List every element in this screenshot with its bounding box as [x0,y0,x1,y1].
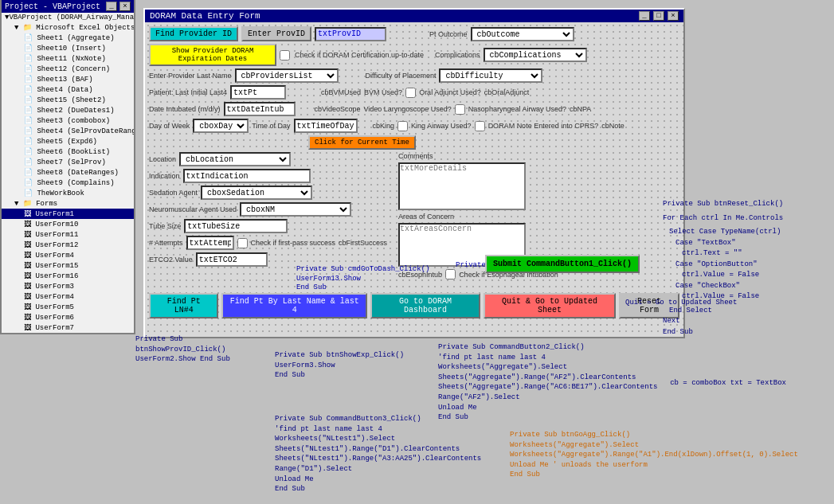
firstsuccess-checkbox[interactable] [237,238,248,248]
tree-sheet8[interactable]: 📄 Sheet8 (DateRanges) [2,167,134,178]
tree-sheet1[interactable]: 📄 Sheet1 (Aggregate) [2,33,134,43]
tree-sheet5[interactable]: 📄 Sheet5 (Expd6) [2,136,134,147]
txtprovid-field[interactable] [315,27,386,41]
tree-userform11[interactable]: 🖼 UserForm11 [2,229,134,240]
tube-size-label: Tube Size [149,222,181,230]
pt-outcome-label: Pt Outcome [429,30,468,38]
cbVideoScope-checkbox[interactable] [455,104,465,115]
cboxsedation-combo[interactable]: cboxSedation [201,186,312,200]
tree-sheet6[interactable]: 📄 Sheet6 (BookList) [2,147,134,157]
cbVideoScope-label: cbVideoScope [315,105,361,113]
doram-note-checkbox[interactable] [475,121,485,131]
tree-userform5[interactable]: 🖼 UserForm5 [2,302,134,312]
code-annotation-cmd2: Private Sub CommandButton2_Click()'find … [438,342,657,423]
cboxnm-combo[interactable]: cboxNM [240,202,351,217]
tree-sheet15[interactable]: 📄 Sheet15 (Sheet2) [2,95,134,105]
cbBVMUsed-label: cbBVMUsed [321,88,361,96]
tree-sheet4[interactable]: 📄 Sheet4 (Data) [2,84,134,95]
check-cert-checkbox[interactable] [280,50,290,61]
tree-sheet4b[interactable]: 📄 Sheet4 (SelProvDateRanges) [2,126,134,136]
code-annotation-goagg: Private Sub btnGoAgg_Click()Worksheets("… [510,430,798,480]
find-pt-button[interactable]: Find Pt LN#4 [149,293,218,318]
tree-sheet9[interactable]: 📄 Sheet9 (Complains) [2,178,134,188]
tree-vbaproject[interactable]: ▼ VBAProject (DORAM_Airway_Manage [2,13,134,22]
txtetco2-field[interactable] [196,252,268,267]
submit-button[interactable]: Submit CommandButton1_Click() [485,255,640,273]
tree-userform7[interactable]: 🖼 UserForm7 [2,322,134,331]
tree-forms[interactable]: ▼ 📁 Forms [2,198,134,209]
tree-userform12[interactable]: 🖼 UserForm12 [2,240,134,250]
prov-lastname-label: Enter Provider Last Name [149,72,232,80]
cb-label: cb = comboBox txt = TextBox [670,378,786,389]
tree-theworkbook[interactable]: 📄 TheWorkBook [2,188,134,198]
cbNote-label: cbNote [601,122,625,130]
maximize-doram-btn[interactable]: □ [653,11,664,21]
cbBVMUsed-checkbox[interactable] [405,88,416,98]
tree-sheet13[interactable]: 📄 Sheet13 (BAF) [2,74,134,84]
cmd2-code: Private Sub CommandButton2_Click()'find … [438,343,657,421]
txtpt-field[interactable] [230,85,286,100]
find-provider-id-button[interactable]: Find Provider ID [149,26,238,41]
tree-userform4[interactable]: 🖼 UserForm4 [2,250,134,260]
tree-sheet10[interactable]: 📄 Sheet10 (Insert) [2,43,134,53]
video-laryngoscope-label: Video Laryngoscope Used? [363,105,451,113]
cbcomplications-combo[interactable]: cbComplications [484,48,587,62]
tree-sheet7[interactable]: 📄 Sheet7 (SelProv) [2,157,134,167]
cbdifficulty-combo[interactable]: cbDifficulty [439,68,542,83]
main-content-area: DORAM Data Entry Form _ □ × Find Provide… [135,0,834,504]
txttimeofday-field[interactable] [294,119,358,133]
tree-userform3b[interactable]: 🖼 UserForm3 [2,281,134,291]
tree-userform4b[interactable]: 🖼 UserForm4 [2,291,134,302]
txtattempts-field[interactable] [186,236,234,250]
tree-userform10[interactable]: 🖼 UserForm10 [2,219,134,229]
tree-sheet3[interactable]: 📄 Sheet3 (combobox) [2,115,134,126]
enter-provid-button[interactable]: Enter ProvID [241,26,311,41]
cbproviderslist-combo[interactable]: cbProvidersList [235,68,339,83]
folder-icon: ▼ 📁 [14,24,36,32]
cboutcome-combo[interactable]: cbOutcome [471,27,574,41]
current-time-button[interactable]: Click for Current Time [308,135,416,150]
minimize-doram-btn[interactable]: _ [639,11,650,21]
comments-label: Comments [398,152,558,160]
cboxday-combo[interactable]: cboxDay [193,119,249,133]
attempts-label: # Attempts [149,239,183,247]
quit-go-to-sheet-button[interactable]: Quit & Go to Updated Sheet [484,293,616,318]
minimize-btn[interactable]: _ [106,2,117,11]
code-annotation-cmd3: Private Sub CommandButton3_Click()'find … [275,414,481,494]
cbOralAdjunct-label: cbOralAdjunct [484,88,530,96]
pt-initial-label: Patient: Last Initial Last4 [149,88,227,96]
tree-userform16[interactable]: 🖼 UserForm16 [2,271,134,281]
find-pt-lastname-button[interactable]: Find Pt By Last Name & last 4 [221,293,367,318]
tree-sheet11[interactable]: 📄 Sheet11 (NxNote) [2,53,134,64]
txtmoredetails-textarea[interactable] [398,162,526,210]
go-to-dashboard-button[interactable]: Go to DORAM Dashboard [370,293,480,318]
btnreset-code: Private Sub btnReset_Click() [663,199,830,210]
king-airway-label: King Airway Used? [411,122,472,130]
date-intubated-label: Date Intubated (m/d/y) [149,105,221,113]
tree-userform15[interactable]: 🖼 UserForm15 [2,260,134,271]
tree-sheet12[interactable]: 📄 Sheet12 (Concern) [2,64,134,74]
cblocation-combo[interactable]: cbLocation [179,152,291,166]
tree-userform1[interactable]: 🖼 UserForm1 [2,209,134,219]
code-annotation-provid: Private Sub btnShowProvID_Click() UserFo… [135,334,271,365]
etco2-label: ETCO2 Value [149,256,193,264]
vba-title-bar: Project - VBAProject _ × [2,0,134,13]
txtindication-field[interactable] [183,169,311,183]
goagg-code: Private Sub btnGoAgg_Click()Worksheets("… [510,431,798,479]
tree-sheet2[interactable]: 📄 Sheet2 (DueDates1) [2,105,134,115]
close-doram-btn[interactable]: × [668,11,679,21]
bvm-label: BVM Used? [364,88,402,96]
tree-userform6[interactable]: 🖼 UserForm6 [2,312,134,322]
complications-label: Complications [435,51,480,59]
txttubsize-field[interactable] [184,219,288,233]
king-checkbox[interactable] [397,121,408,131]
close-vba-btn[interactable]: × [119,2,131,11]
nasopharyngeal-label: Nasopharyngeal Airway Used? [468,105,566,113]
nm-agent-label: Neuromuscular Agent Used [149,205,237,213]
cbNPA-label: cbNPA [570,105,591,113]
esophintub-checkbox[interactable] [445,269,456,279]
txtdateintub-field[interactable] [224,102,296,116]
tree-excel-objects[interactable]: ▼ 📁 Microsoft Excel Objects [2,22,134,33]
show-exp-dates-button[interactable]: Show Provider DORAM Expiration Dates [149,44,276,66]
check-cert-label: Check if DORAM Certification up-to-date [295,51,424,59]
